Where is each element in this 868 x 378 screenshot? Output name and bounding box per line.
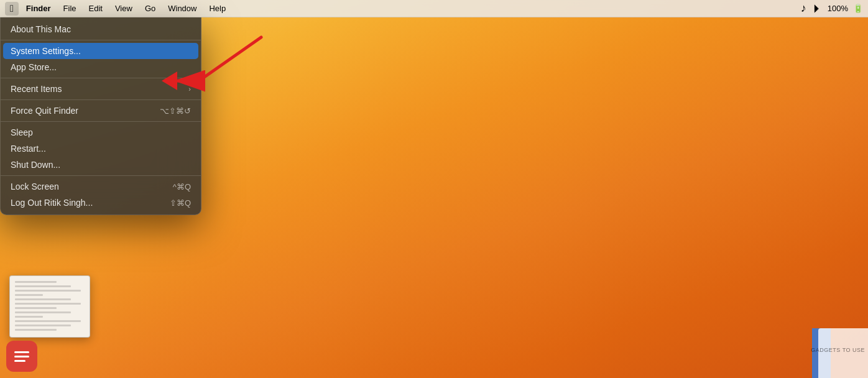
preview-line-11 <box>15 325 71 326</box>
preview-line-6 <box>15 303 81 305</box>
menu-item-sleep[interactable]: Sleep <box>1 124 201 141</box>
battery-percent-label: 100% <box>828 4 848 13</box>
preview-line-3 <box>15 290 81 292</box>
menu-item-app-store[interactable]: App Store... <box>1 59 201 75</box>
menubar-finder[interactable]: Finder <box>21 2 56 14</box>
menu-divider-2 <box>1 78 201 78</box>
menu-item-system-settings[interactable]: System Settings... <box>3 43 198 59</box>
menubar:  Finder File Edit View Go Window Help ♪… <box>0 0 868 17</box>
menubar-file[interactable]: File <box>58 2 81 14</box>
svg-rect-3 <box>14 356 29 357</box>
lock-screen-shortcut: ^⌘Q <box>173 182 191 191</box>
menu-divider-4 <box>1 121 201 122</box>
todoist-app-icon <box>6 341 37 372</box>
menu-divider-3 <box>1 99 201 100</box>
menubar-go[interactable]: Go <box>140 2 160 14</box>
menubar-right: ♪ ⏵ 100% 🔋 <box>801 2 863 15</box>
menu-item-about-this-mac[interactable]: About This Mac <box>1 21 201 37</box>
preview-line-5 <box>15 298 71 300</box>
force-quit-shortcut: ⌥⇧⌘↺ <box>160 106 191 116</box>
svg-rect-2 <box>14 351 29 353</box>
preview-line-7 <box>15 307 57 309</box>
force-quit-label: Force Quit Finder <box>11 106 78 116</box>
gadgets-watermark: GADGETS TO USE <box>811 347 865 353</box>
menubar-edit[interactable]: Edit <box>84 2 108 14</box>
menubar-window[interactable]: Window <box>163 2 201 14</box>
apple-menu-dropdown: About This Mac System Settings... App St… <box>0 17 201 215</box>
menu-item-recent-items[interactable]: Recent Items › <box>1 81 201 97</box>
sleep-label: Sleep <box>11 127 33 137</box>
preview-line-2 <box>15 285 71 287</box>
system-settings-label: System Settings... <box>11 46 81 56</box>
menu-divider-5 <box>1 175 201 176</box>
menubar-view[interactable]: View <box>110 2 137 14</box>
preview-line-8 <box>15 311 71 313</box>
preview-line-1 <box>15 281 57 283</box>
shut-down-label: Shut Down... <box>11 160 60 170</box>
menu-item-log-out[interactable]: Log Out Ritik Singh... ⇧⌘Q <box>1 195 201 211</box>
music-note-icon: ♪ <box>801 2 806 15</box>
menu-divider-1 <box>1 40 201 40</box>
log-out-shortcut: ⇧⌘Q <box>170 198 191 208</box>
white-widget-partial <box>818 328 868 378</box>
submenu-chevron-icon: › <box>188 85 191 93</box>
restart-label: Restart... <box>11 144 46 154</box>
recent-items-label: Recent Items <box>11 84 62 94</box>
svg-rect-4 <box>14 360 25 362</box>
preview-content <box>10 276 90 338</box>
play-button-icon[interactable]: ⏵ <box>811 2 823 15</box>
menu-item-shut-down[interactable]: Shut Down... <box>1 157 201 173</box>
menu-item-lock-screen[interactable]: Lock Screen ^⌘Q <box>1 178 201 195</box>
preview-line-9 <box>15 316 43 318</box>
preview-line-10 <box>15 320 81 322</box>
preview-line-4 <box>15 294 43 296</box>
menu-item-force-quit[interactable]: Force Quit Finder ⌥⇧⌘↺ <box>1 103 201 119</box>
menubar-help[interactable]: Help <box>204 2 231 14</box>
lock-screen-label: Lock Screen <box>11 182 59 191</box>
menu-item-restart[interactable]: Restart... <box>1 141 201 157</box>
apple-menu-trigger[interactable]:  <box>5 2 19 16</box>
app-store-label: App Store... <box>11 62 57 72</box>
preview-line-12 <box>15 329 57 331</box>
dock-item-todoist[interactable] <box>6 341 37 372</box>
menubar-left:  Finder File Edit View Go Window Help <box>5 2 231 16</box>
log-out-label: Log Out Ritik Singh... <box>11 198 93 208</box>
document-preview-thumbnail <box>9 275 90 338</box>
battery-icon: 🔋 <box>853 4 863 13</box>
about-this-mac-label: About This Mac <box>11 24 71 34</box>
